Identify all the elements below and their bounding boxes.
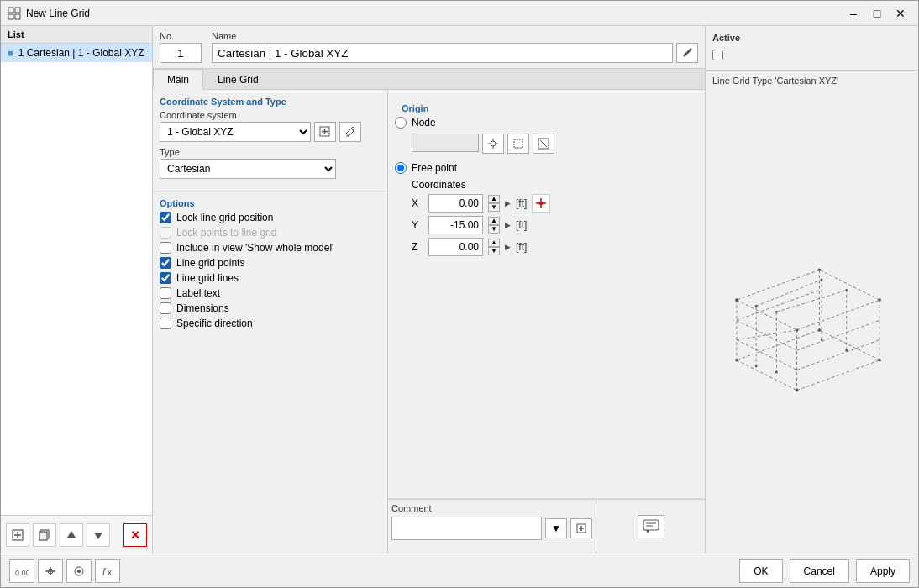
x-unit: [ft] [516,197,527,209]
name-label: Name [212,31,698,41]
svg-marker-30 [646,530,649,533]
y-spin-down[interactable]: ▼ [488,225,500,234]
node-pick-button[interactable] [482,134,504,154]
coord-system-select[interactable]: 1 - Global XYZ [160,122,311,142]
coord-add-button[interactable] [314,122,336,142]
svg-point-71 [821,339,823,341]
include-view-checkbox[interactable] [160,242,171,254]
comment-input-wrap: ▼ [391,517,592,540]
svg-point-65 [755,304,758,307]
y-axis-label: Y [412,219,423,231]
no-name-row: No. Name [153,26,705,69]
coord-system-label: Coordinate system [160,110,381,120]
list-area: ■ 1 Cartesian | 1 - Global XYZ [1,44,152,515]
x-spin-up[interactable]: ▲ [488,195,500,203]
label-text-checkbox[interactable] [160,287,171,299]
move-up-button[interactable] [60,523,83,547]
no-input[interactable] [160,43,202,63]
apply-button[interactable]: Apply [856,559,910,583]
tab-main[interactable]: Main [153,69,203,90]
x-coord-input[interactable] [428,194,483,213]
snap-button[interactable] [38,559,63,583]
y-coord-input[interactable] [428,216,483,234]
tab-line-grid[interactable]: Line Grid [203,69,273,90]
tab-content: Coordinate System and Type Coordinate sy… [153,90,705,554]
z-coord-input[interactable] [428,238,483,256]
close-button[interactable]: ✕ [890,4,911,23]
z-spin-down[interactable]: ▼ [488,247,500,255]
bottom-right-buttons: OK Cancel Apply [739,559,910,583]
type-field-row: Type Cartesian Cylindrical Spherical [160,147,381,179]
type-select-wrap: Cartesian Cylindrical Spherical [160,159,381,179]
line-grid-lines-checkbox[interactable] [160,272,171,284]
y-coord-row: Y ▲ ▼ ▶ [ft] [412,216,698,234]
svg-point-69 [755,365,758,367]
ok-button[interactable]: OK [739,559,782,583]
bottom-bar: 0.00 fx OK Cancel Apply [1,554,918,587]
minimize-button[interactable]: – [843,4,864,23]
maximize-button[interactable]: □ [866,4,888,23]
comment-add[interactable] [570,518,592,538]
x-pick-button[interactable] [532,194,550,213]
svg-point-66 [775,311,778,313]
svg-text:0.00: 0.00 [15,569,29,577]
dimensions-checkbox[interactable] [160,302,171,314]
node-label: Node [412,117,436,129]
x-axis-label: X [412,197,423,209]
formula-button[interactable]: fx [95,559,120,583]
option-line-grid-lines: Line grid lines [160,272,381,284]
list-item-icon: ■ [8,48,13,58]
node-input[interactable] [412,134,479,152]
x-spin-down[interactable]: ▼ [488,203,500,212]
specific-direction-checkbox[interactable] [160,318,171,329]
coord-display-button[interactable]: 0.00 [9,559,34,583]
svg-line-46 [737,339,797,370]
option-specific-dir: Specific direction [160,318,381,329]
edit-name-button[interactable] [676,43,698,63]
option-lock-line-grid: Lock line grid position [160,212,381,223]
list-toolbar: ✕ [1,515,152,554]
svg-point-60 [818,268,822,271]
type-label: Type [160,147,381,157]
comment-right-button[interactable] [638,515,664,538]
svg-line-38 [797,300,880,330]
z-spin-up[interactable]: ▲ [488,239,500,247]
svg-rect-3 [15,14,20,19]
svg-line-35 [819,329,880,360]
option-lock-points: Lock points to line grid [160,227,381,239]
svg-line-45 [737,320,797,350]
lock-points-checkbox[interactable] [160,227,171,239]
lock-line-grid-checkbox[interactable] [160,212,171,223]
z-coord-row: Z ▲ ▼ ▶ [ft] [412,238,698,256]
list-item[interactable]: ■ 1 Cartesian | 1 - Global XYZ [1,44,152,62]
view-button[interactable] [66,559,92,583]
coord-edit-button[interactable] [339,122,361,142]
name-input[interactable] [212,43,673,63]
delete-button[interactable]: ✕ [123,523,147,547]
name-section: Name [212,31,698,63]
move-down-button[interactable] [87,523,110,547]
copy-item-button[interactable] [33,523,56,547]
type-select[interactable]: Cartesian Cylindrical Spherical [160,159,336,179]
node-radio[interactable] [395,117,407,129]
svg-rect-1 [15,8,20,13]
line-grid-points-checkbox[interactable] [160,257,171,269]
node-clear-button[interactable] [533,134,554,154]
comment-input[interactable] [391,517,542,540]
list-item-label: 1 Cartesian | 1 - Global XYZ [18,47,144,59]
cancel-button[interactable]: Cancel [790,559,849,583]
active-checkbox[interactable] [712,50,723,60]
svg-line-22 [540,140,547,147]
add-item-button[interactable] [6,523,29,547]
x-coord-row: X ▲ ▼ ▶ [ft] [412,194,698,213]
comment-dropdown[interactable]: ▼ [545,518,567,538]
node-select-button[interactable] [507,134,529,154]
coord-options-panel: Coordinate System and Type Coordinate sy… [153,90,388,554]
svg-text:f: f [102,566,107,577]
node-tools [412,134,698,154]
coord-field-row: Coordinate system 1 - Global XYZ [160,110,381,142]
coord-system-section: Coordinate System and Type Coordinate sy… [153,90,387,192]
svg-text:x: x [108,568,112,577]
free-point-radio[interactable] [395,162,407,174]
y-spin-up[interactable]: ▲ [488,217,500,225]
